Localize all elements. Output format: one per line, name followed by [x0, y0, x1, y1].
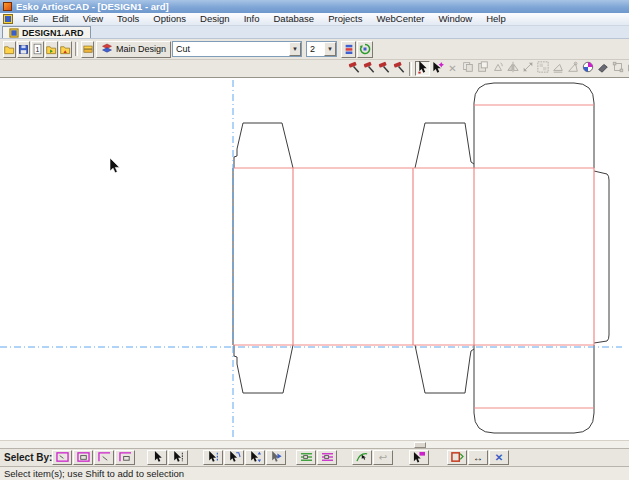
- menu-file[interactable]: File: [16, 13, 45, 25]
- export-button[interactable]: [59, 41, 72, 58]
- design-canvas[interactable]: [0, 78, 629, 440]
- diagonal-select-button[interactable]: ✕: [489, 450, 509, 465]
- recycle-icon: [359, 43, 371, 55]
- align-button[interactable]: [550, 61, 565, 76]
- menu-view[interactable]: View: [76, 13, 110, 25]
- menu-edit[interactable]: Edit: [45, 13, 75, 25]
- reroute-button[interactable]: [625, 61, 629, 76]
- select-vertical-button[interactable]: [245, 450, 265, 465]
- magenta-corner-icon: [97, 451, 112, 465]
- chevron-down-icon[interactable]: ▼: [324, 42, 336, 56]
- horizontal-scrollbar[interactable]: [0, 440, 629, 448]
- window-title: Esko ArtiosCAD - [DESIGN1 - ard]: [16, 1, 169, 12]
- delete-icon: ✕: [448, 64, 456, 74]
- eraser-icon: [597, 61, 609, 76]
- color-palette-button[interactable]: [580, 61, 595, 76]
- magenta-lines-icon: [320, 451, 335, 465]
- layers-green-button[interactable]: [296, 450, 316, 465]
- angle-icon: [567, 61, 579, 76]
- select-by-partial-mfg-button[interactable]: [115, 450, 135, 465]
- open-button[interactable]: [3, 41, 16, 58]
- select-angle-button[interactable]: [224, 450, 244, 465]
- menu-options[interactable]: Options: [146, 13, 193, 25]
- select-tool-button[interactable]: [415, 61, 430, 76]
- import-button[interactable]: [45, 41, 58, 58]
- rebuild-playback-button-2[interactable]: [362, 61, 377, 76]
- undo-select-button[interactable]: ↩: [373, 450, 393, 465]
- hammer-icon: [363, 61, 376, 77]
- cursor-star-icon: [432, 61, 444, 77]
- layers-icon: [101, 43, 113, 56]
- subtype-button[interactable]: [341, 41, 356, 58]
- menu-webcenter[interactable]: WebCenter: [369, 13, 431, 25]
- print-button[interactable]: 1: [31, 41, 44, 58]
- color-wheel-icon: [582, 61, 594, 76]
- separator: [409, 62, 412, 76]
- catalog-button[interactable]: [81, 41, 94, 58]
- menu-projects[interactable]: Projects: [321, 13, 369, 25]
- menu-bar: File Edit View Tools Options Design Info…: [0, 13, 629, 26]
- status-message: Select item(s); use Shift to add to sele…: [4, 468, 184, 479]
- select-pointer-line-button[interactable]: [168, 450, 188, 465]
- transform-icon: [612, 61, 624, 76]
- mouse-cursor: [110, 158, 119, 173]
- title-bar: Esko ArtiosCAD - [DESIGN1 - ard]: [0, 0, 629, 13]
- menu-tools[interactable]: Tools: [110, 13, 146, 25]
- select-by-toolbar: Select By:: [0, 448, 629, 466]
- rotate-button[interactable]: [490, 61, 505, 76]
- app-icon: [3, 2, 12, 11]
- select-flag-group: [409, 450, 430, 465]
- measure-width-button[interactable]: ↔: [468, 450, 488, 465]
- menu-help[interactable]: Help: [479, 13, 513, 25]
- tools-toolbar: ✕: [0, 60, 629, 78]
- delete-button[interactable]: ✕: [445, 61, 460, 76]
- cursor-updown-icon: [249, 451, 262, 465]
- zoom-selection-button[interactable]: [447, 450, 467, 465]
- select-direction-group: [203, 450, 287, 465]
- copy-icon: [462, 61, 474, 76]
- menu-database[interactable]: Database: [266, 13, 321, 25]
- select-through-button[interactable]: [266, 450, 286, 465]
- transform-button[interactable]: [610, 61, 625, 76]
- copy-button[interactable]: [460, 61, 475, 76]
- pointage-combobox[interactable]: 2 ▼: [306, 41, 337, 57]
- tab-design1[interactable]: DESIGN1.ARD: [2, 26, 91, 38]
- select-pointer-button[interactable]: [147, 450, 167, 465]
- eraser-button[interactable]: [595, 61, 610, 76]
- main-design-button[interactable]: Main Design: [96, 41, 171, 58]
- page-icon: 1: [32, 43, 43, 55]
- paste-button[interactable]: [475, 61, 490, 76]
- magenta-rect-inner-icon: [76, 451, 91, 465]
- save-button[interactable]: [17, 41, 30, 58]
- menu-info[interactable]: Info: [237, 13, 267, 25]
- select-above-button[interactable]: [203, 450, 223, 465]
- select-by-partial-design-button[interactable]: [94, 450, 114, 465]
- select-special-button[interactable]: [430, 61, 445, 76]
- group-button[interactable]: [535, 61, 550, 76]
- red-square-arrows-icon: [450, 451, 464, 465]
- select-by-manufacturing-button[interactable]: [73, 450, 93, 465]
- rebuild-playback-button-4[interactable]: [392, 61, 407, 76]
- rebuild-playback-button-3[interactable]: [377, 61, 392, 76]
- menu-window[interactable]: Window: [431, 13, 479, 25]
- main-design-label: Main Design: [116, 44, 166, 54]
- select-by-design-button[interactable]: [52, 450, 72, 465]
- rebuild-button[interactable]: [357, 41, 373, 58]
- scale-button[interactable]: [520, 61, 535, 76]
- curve-select-button[interactable]: [352, 450, 372, 465]
- mirror-button[interactable]: [505, 61, 520, 76]
- menu-design[interactable]: Design: [193, 13, 237, 25]
- flag-select-button[interactable]: [409, 450, 429, 465]
- line-type-combobox[interactable]: Cut ▼: [172, 41, 302, 57]
- cursor-dash-icon: [207, 451, 220, 465]
- stack-icon: [344, 43, 354, 55]
- rebuild-playback-button-1[interactable]: [347, 61, 362, 76]
- select-by-group-rectangles: [52, 450, 136, 465]
- chevron-down-icon[interactable]: ▼: [289, 42, 301, 56]
- select-pointer-group: [147, 450, 189, 465]
- layers-magenta-button[interactable]: [317, 450, 337, 465]
- mirror-icon: [507, 61, 519, 76]
- hammer-icon: [348, 61, 361, 77]
- undo-icon: ↩: [379, 453, 387, 463]
- angle-button[interactable]: [565, 61, 580, 76]
